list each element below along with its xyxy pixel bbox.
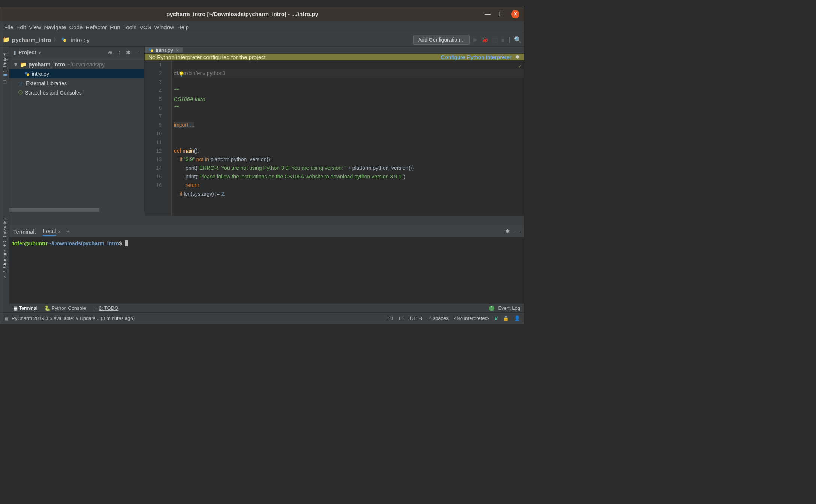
add-configuration-button[interactable]: Add Configuration... [413, 35, 470, 45]
terminal-cursor [125, 240, 128, 246]
close-tab-icon[interactable]: × [176, 48, 179, 53]
svg-point-3 [27, 73, 29, 76]
folder-icon: 📁 [3, 36, 10, 43]
gear-icon[interactable]: ✱ [515, 54, 520, 60]
menu-refactor[interactable]: Refactor [86, 24, 107, 30]
terminal-settings-icon[interactable]: ✱ [505, 228, 510, 235]
toolwindows-icon[interactable]: ▣ [4, 315, 9, 321]
menu-navigate[interactable]: Navigate [44, 24, 66, 30]
tree-root[interactable]: ▼ 📁 pycharm_intro ~/Downloads/py [9, 60, 144, 69]
configure-interpreter-link[interactable]: Configure Python interpreter [441, 54, 512, 60]
libraries-icon: ⫼ [18, 80, 24, 86]
interpreter-warning-banner: No Python interpreter configured for the… [145, 54, 524, 60]
menu-edit[interactable]: Edit [16, 24, 26, 30]
readonly-icon[interactable]: 🔒 [503, 315, 509, 321]
terminal-content[interactable]: tofer@ubuntu:~/Downloads/pycharm_intro$ [9, 237, 524, 249]
interpreter-indicator[interactable]: <No interpreter> [454, 315, 489, 321]
status-message[interactable]: PyCharm 2019.3.5 available: // Update...… [12, 315, 135, 321]
project-icon: ▮ [13, 50, 16, 56]
editor-tabs: intro.py × [145, 47, 524, 54]
inspection-ok-icon[interactable]: ✓ [518, 62, 522, 70]
event-log-button[interactable]: Event Log [498, 305, 520, 311]
project-panel-title: Project [18, 50, 36, 56]
warning-message: No Python interpreter configured for the… [148, 54, 266, 60]
menu-vcs[interactable]: VCS [140, 24, 151, 30]
menu-file[interactable]: File [4, 24, 13, 30]
menu-view[interactable]: View [29, 24, 41, 30]
folder-icon: 📁 [20, 62, 26, 68]
editor-area: intro.py × No Python interpreter configu… [145, 47, 524, 212]
scratches-icon: ⦾ [18, 89, 23, 96]
locate-icon[interactable]: ⊕ [108, 50, 113, 56]
python-console-toolwindow-button[interactable]: 🐍 Python Console [44, 305, 86, 311]
svg-point-1 [63, 39, 66, 42]
coverage-icon[interactable]: ⬚ [492, 36, 498, 43]
terminal-panel: Terminal: Local × + ✱ — tofer@ubuntu:~/D… [9, 225, 524, 304]
close-button[interactable]: ✕ [511, 10, 519, 18]
menu-run[interactable]: Run [110, 24, 120, 30]
menu-help[interactable]: Help [177, 24, 189, 30]
project-panel: ▮ Project ▾ ⊕ ≑ ✱ — ▼ 📁 pycharm_intro ~/… [9, 47, 145, 212]
new-terminal-icon[interactable]: + [66, 228, 70, 235]
chevron-down-icon: ▼ [13, 62, 18, 68]
hide-terminal-icon[interactable]: — [515, 228, 520, 235]
intention-bulb-icon[interactable]: 💡 [178, 70, 184, 78]
file-encoding[interactable]: UTF-8 [410, 315, 424, 321]
python-file-icon [148, 48, 154, 53]
code-editor[interactable]: 1234567910111213141516 #!/usr/bin/env py… [145, 60, 524, 216]
main-menu: File Edit View Navigate Code Refactor Ru… [0, 21, 524, 33]
terminal-toolwindow-button[interactable]: ▣ Terminal [13, 305, 38, 311]
line-number-gutter: 1234567910111213141516 [145, 60, 167, 216]
favorites-toolwindow-tab[interactable]: ★ 2: Favorites [2, 218, 8, 247]
svg-point-5 [151, 50, 153, 52]
bottom-toolwindow-bar: ▣ Terminal 🐍 Python Console ≔ 6: TODO 1 … [9, 303, 524, 312]
left-tool-gutter-lower: ★ 2: Favorites ⛬ 7: Structure [0, 215, 9, 306]
nav-toolbar: 📁 pycharm_intro 〉 intro.py Add Configura… [0, 33, 524, 47]
code-content[interactable]: #!/usr/bin/env python3 💡 """ CS106A Intr… [172, 60, 524, 216]
terminal-tab-local[interactable]: Local [43, 228, 56, 236]
tree-file-intro[interactable]: intro.py [9, 69, 144, 78]
project-dropdown-icon[interactable]: ▾ [38, 50, 41, 56]
maximize-button[interactable]: ☐ [498, 11, 504, 18]
terminal-title: Terminal: [13, 228, 36, 235]
python-file-icon [24, 71, 30, 76]
horizontal-scrollbar[interactable] [9, 208, 144, 212]
stop-icon[interactable]: ■ [501, 37, 505, 43]
debug-icon[interactable]: 🐞 [482, 36, 489, 43]
editor-tab-intro[interactable]: intro.py × [145, 47, 183, 53]
expand-icon[interactable]: ≑ [117, 50, 122, 56]
notification-badge: 1 [489, 306, 494, 311]
hide-icon[interactable]: — [135, 50, 140, 56]
structure-toolwindow-tab[interactable]: ⛬ 7: Structure [2, 250, 8, 279]
tree-scratches[interactable]: ⦾ Scratches and Consoles [9, 88, 144, 97]
settings-icon[interactable]: ✱ [126, 50, 131, 56]
project-toolwindow-tab[interactable]: ▮ 1: Project [2, 53, 8, 76]
window-title: pycharm_intro [~/Downloads/pycharm_intro… [0, 11, 484, 17]
status-bar: ▣ PyCharm 2019.3.5 available: // Update.… [0, 312, 524, 324]
menu-window[interactable]: Window [154, 24, 174, 30]
breadcrumb: 📁 pycharm_intro 〉 intro.py [3, 36, 89, 44]
ideavim-icon[interactable]: V [494, 315, 498, 321]
window-titlebar: pycharm_intro [~/Downloads/pycharm_intro… [0, 7, 524, 21]
fold-gutter [167, 60, 172, 216]
cursor-position[interactable]: 1:1 [387, 315, 394, 321]
python-file-icon [61, 37, 66, 42]
minimize-button[interactable]: — [484, 11, 491, 18]
memory-indicator-icon[interactable]: 👤 [514, 315, 520, 321]
tree-external-libraries[interactable]: ⫼ External Libraries [9, 78, 144, 88]
project-tree: ▼ 📁 pycharm_intro ~/Downloads/py intro.p… [9, 58, 144, 208]
menu-tools[interactable]: Tools [123, 24, 137, 30]
indent-settings[interactable]: 4 spaces [429, 315, 449, 321]
breadcrumb-file[interactable]: intro.py [71, 37, 89, 43]
toolwindow-icon[interactable]: ▢ [3, 79, 7, 84]
breadcrumb-root[interactable]: pycharm_intro [12, 37, 51, 43]
close-terminal-tab-icon[interactable]: × [58, 228, 61, 235]
line-separator[interactable]: LF [399, 315, 405, 321]
todo-toolwindow-button[interactable]: ≔ 6: TODO [93, 305, 118, 311]
menu-code[interactable]: Code [69, 24, 83, 30]
run-icon[interactable]: ▶ [473, 36, 478, 43]
left-tool-gutter: ▮ 1: Project ▢ [0, 47, 9, 212]
search-icon[interactable]: 🔍 [514, 36, 522, 44]
